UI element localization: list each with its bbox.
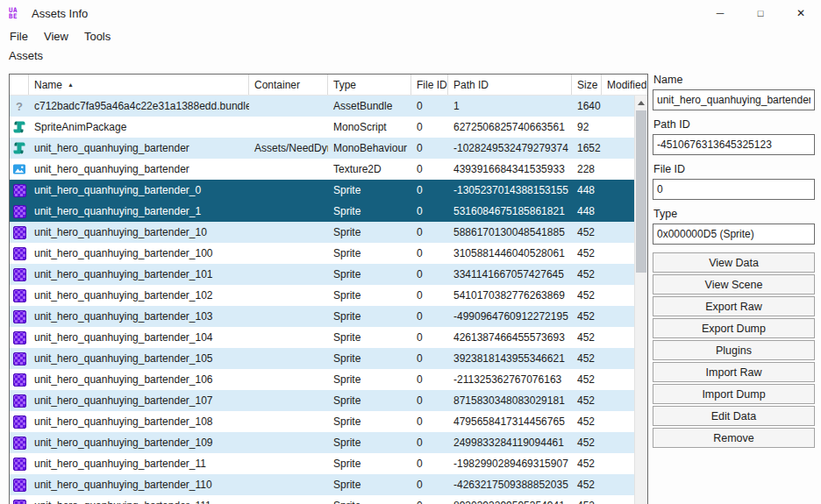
column-header-name[interactable]: Name▲ <box>29 75 249 95</box>
scrollbar-thumb[interactable] <box>636 110 646 273</box>
table-row[interactable]: ?c712badc7fa95a46a4c22e31a1388edd.bundle… <box>10 96 634 117</box>
cell-size: 452 <box>572 495 602 504</box>
cell-name: unit_hero_quanhuying_bartender <box>29 138 249 159</box>
sprite-checker-glyph <box>13 437 26 450</box>
cell-path-id: 8930393299595354941 <box>448 495 572 504</box>
table-row[interactable]: unit_hero_quanhuying_bartender_102Sprite… <box>10 285 634 306</box>
type-field[interactable] <box>653 224 815 245</box>
cell-path-id: -4990964760912272195 <box>448 306 572 327</box>
sprite-checker-glyph <box>13 458 26 471</box>
table-row[interactable]: unit_hero_quanhuying_bartender_105Sprite… <box>10 348 634 369</box>
sprite-checker-glyph <box>13 479 26 492</box>
table-row[interactable]: unit_hero_quanhuying_bartender_104Sprite… <box>10 327 634 348</box>
export-dump-button[interactable]: Export Dump <box>653 318 815 338</box>
column-header-path_id[interactable]: Path ID <box>448 75 572 95</box>
table-row[interactable]: unit_hero_quanhuying_bartender_0Sprite0-… <box>10 180 634 201</box>
sprite-checker-glyph <box>13 500 26 504</box>
cell-name: unit_hero_quanhuying_bartender_111 <box>29 495 249 504</box>
cell-type: Sprite <box>328 432 411 453</box>
row-icon-cell <box>10 390 29 411</box>
menu-bar: FileViewTools <box>0 26 821 46</box>
cell-name: unit_hero_quanhuying_bartender_104 <box>29 327 249 348</box>
table-row[interactable]: unit_hero_quanhuying_bartender_109Sprite… <box>10 432 634 453</box>
column-header-container[interactable]: Container <box>249 75 328 95</box>
cell-path-id: 6272506825740663561 <box>448 117 572 138</box>
minimize-button[interactable]: ─ <box>700 0 740 26</box>
column-header-file_id[interactable]: File ID <box>411 75 448 95</box>
minimize-icon: ─ <box>717 7 725 19</box>
view-scene-button[interactable]: View Scene <box>653 274 815 295</box>
path-id-field[interactable] <box>653 134 815 155</box>
scroll-up-button[interactable] <box>635 96 647 110</box>
cell-file-id: 0 <box>411 96 448 117</box>
cell-name: unit_hero_quanhuying_bartender_101 <box>29 264 249 285</box>
table-row[interactable]: unit_hero_quanhuying_bartenderAssets/Nee… <box>10 138 634 159</box>
table-row[interactable]: SpriteAnimPackageMonoScript0627250682574… <box>10 117 634 138</box>
view-data-button[interactable]: View Data <box>653 252 815 273</box>
sprite-checker-glyph <box>13 289 26 302</box>
cell-file-id: 0 <box>411 495 448 504</box>
maximize-icon: □ <box>758 8 764 18</box>
cell-path-id: -1982990289469315907 <box>448 453 572 474</box>
row-icon-cell <box>10 327 29 348</box>
table-row[interactable]: unit_hero_quanhuying_bartender_1Sprite05… <box>10 201 634 222</box>
table-row[interactable]: unit_hero_quanhuying_bartender_108Sprite… <box>10 411 634 432</box>
cell-modified <box>602 306 612 327</box>
menu-file[interactable]: File <box>2 28 36 46</box>
file-id-field[interactable] <box>653 179 815 200</box>
sprite-icon <box>12 330 26 344</box>
cell-file-id: 0 <box>411 411 448 432</box>
close-button[interactable]: ✕ <box>781 0 821 26</box>
cell-file-id: 0 <box>411 390 448 411</box>
cell-modified <box>602 327 612 348</box>
table-row[interactable]: unit_hero_quanhuying_bartender_101Sprite… <box>10 264 634 285</box>
name-field[interactable] <box>653 89 815 110</box>
cell-container <box>249 495 328 504</box>
cell-size: 1652 <box>572 138 602 159</box>
table-row[interactable]: unit_hero_quanhuying_bartender_107Sprite… <box>10 390 634 411</box>
import-dump-button[interactable]: Import Dump <box>653 384 815 404</box>
table-row[interactable]: unit_hero_quanhuying_bartender_11Sprite0… <box>10 453 634 474</box>
column-header-type[interactable]: Type <box>328 75 411 95</box>
plugins-button[interactable]: Plugins <box>653 340 815 360</box>
menu-view[interactable]: View <box>36 28 76 46</box>
table-row[interactable]: unit_hero_quanhuying_bartenderTexture2D0… <box>10 159 634 180</box>
table-row[interactable]: unit_hero_quanhuying_bartender_100Sprite… <box>10 243 634 264</box>
column-header-icon[interactable] <box>10 75 29 95</box>
row-icon-cell: ? <box>10 96 29 117</box>
table-row[interactable]: unit_hero_quanhuying_bartender_106Sprite… <box>10 369 634 390</box>
column-header-modified[interactable]: Modified <box>602 75 647 95</box>
cell-name: unit_hero_quanhuying_bartender_1 <box>29 201 249 222</box>
row-icon-cell <box>10 243 29 264</box>
cell-type: Sprite <box>328 495 411 504</box>
column-header-size[interactable]: Size <box>572 75 602 95</box>
sprite-icon <box>12 225 26 239</box>
table-row[interactable]: unit_hero_quanhuying_bartender_110Sprite… <box>10 474 634 495</box>
table-row[interactable]: unit_hero_quanhuying_bartender_10Sprite0… <box>10 222 634 243</box>
logo-line-2: BE <box>9 13 24 20</box>
sprite-icon <box>12 309 26 323</box>
cell-size: 448 <box>572 201 602 222</box>
vertical-scrollbar[interactable] <box>634 96 647 504</box>
maximize-button[interactable]: □ <box>740 0 781 26</box>
menu-tools[interactable]: Tools <box>76 28 118 46</box>
cell-name: SpriteAnimPackage <box>29 117 249 138</box>
cell-container <box>249 96 328 117</box>
cell-path-id: 8715830348083029181 <box>448 390 572 411</box>
remove-button[interactable]: Remove <box>653 428 815 448</box>
cell-size: 452 <box>572 285 602 306</box>
cell-container <box>249 411 328 432</box>
table-row[interactable]: unit_hero_quanhuying_bartender_111Sprite… <box>10 495 634 504</box>
cell-name: unit_hero_quanhuying_bartender_107 <box>29 390 249 411</box>
table-body: ?c712badc7fa95a46a4c22e31a1388edd.bundle… <box>10 96 634 504</box>
cell-modified <box>602 411 612 432</box>
cell-container <box>249 432 328 453</box>
row-icon-cell <box>10 264 29 285</box>
edit-data-button[interactable]: Edit Data <box>653 406 815 426</box>
window-controls: ─ □ ✕ <box>700 0 821 26</box>
table-row[interactable]: unit_hero_quanhuying_bartender_103Sprite… <box>10 306 634 327</box>
cell-modified <box>602 495 612 504</box>
export-raw-button[interactable]: Export Raw <box>653 296 815 316</box>
import-raw-button[interactable]: Import Raw <box>653 362 815 382</box>
cell-name: c712badc7fa95a46a4c22e31a1388edd.bundle <box>29 96 249 117</box>
